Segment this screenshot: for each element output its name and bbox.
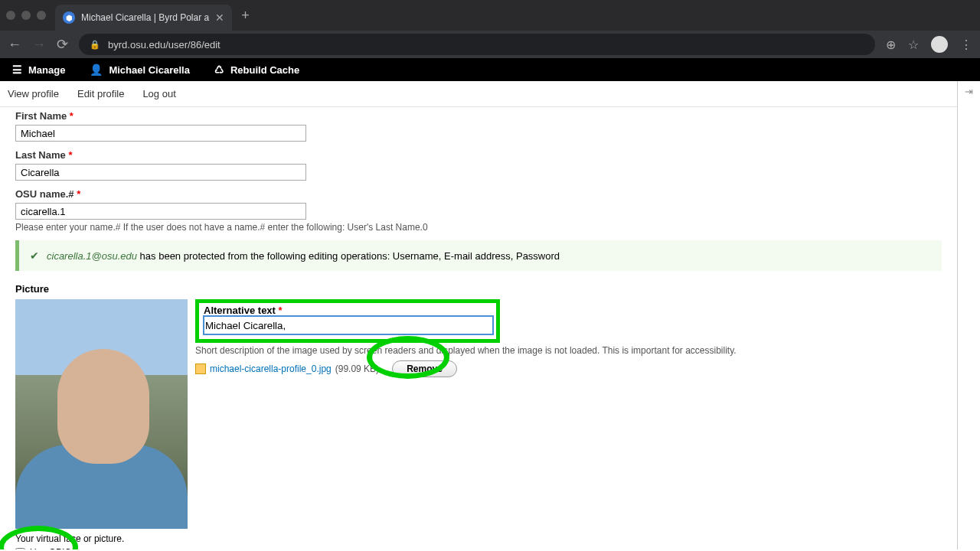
alt-text-highlight: Alternative text * bbox=[195, 299, 500, 343]
opic-checkbox[interactable] bbox=[15, 548, 25, 550]
tab-title: Michael Cicarella | Byrd Polar a bbox=[81, 12, 209, 23]
picture-label: Picture bbox=[15, 283, 942, 295]
last-name-group: Last Name * bbox=[15, 149, 942, 181]
browser-actions: ⊕ ☆ ⋮ bbox=[886, 36, 972, 53]
address-bar[interactable]: 🔒 byrd.osu.edu/user/86/edit bbox=[79, 34, 875, 55]
new-tab-button[interactable]: + bbox=[241, 8, 250, 24]
local-tabs: View profile Edit profile Log out bbox=[0, 81, 957, 107]
recycle-icon: ♺ bbox=[214, 64, 224, 76]
rebuild-label: Rebuild Cache bbox=[230, 64, 299, 76]
file-icon bbox=[195, 364, 206, 374]
tab-favicon: ⬢ bbox=[63, 11, 75, 24]
bookmark-star-icon[interactable]: ☆ bbox=[908, 37, 919, 52]
manage-menu[interactable]: ☰ Manage bbox=[0, 58, 77, 81]
rebuild-cache[interactable]: ♺ Rebuild Cache bbox=[202, 58, 312, 81]
kebab-menu-icon[interactable]: ⋮ bbox=[960, 37, 972, 52]
admin-toolbar: ☰ Manage 👤 Michael Cicarella ♺ Rebuild C… bbox=[0, 58, 980, 81]
file-size: (99.09 KB) bbox=[335, 364, 379, 374]
back-button[interactable]: ← bbox=[8, 37, 21, 53]
minimize-window-dot[interactable] bbox=[21, 11, 31, 20]
remove-button[interactable]: Remove bbox=[392, 360, 457, 377]
reload-button[interactable]: ⟳ bbox=[57, 36, 68, 53]
collapse-sidebar[interactable]: ⇥ bbox=[957, 81, 980, 549]
alt-help-text: Short description of the image used by s… bbox=[195, 345, 942, 356]
url-text: byrd.osu.edu/user/86/edit bbox=[108, 39, 220, 51]
checkmark-icon: ✔ bbox=[30, 249, 39, 262]
profile-avatar-icon[interactable] bbox=[931, 36, 948, 53]
status-email: cicarella.1@osu.edu bbox=[47, 250, 137, 262]
first-name-input[interactable] bbox=[15, 125, 306, 142]
file-row: michael-cicarella-profile_0.jpg (99.09 K… bbox=[195, 360, 942, 377]
hamburger-icon: ☰ bbox=[12, 64, 22, 76]
osu-name-group: OSU name.# * Please enter your name.# If… bbox=[15, 188, 942, 233]
zoom-icon[interactable]: ⊕ bbox=[886, 37, 896, 52]
alt-text-label: Alternative text * bbox=[204, 305, 283, 316]
collapse-icon: ⇥ bbox=[965, 86, 973, 549]
virtual-face-text: Your virtual face or picture. bbox=[15, 533, 942, 544]
osu-name-label: OSU name.# * bbox=[15, 188, 942, 200]
first-name-group: First Name * bbox=[15, 110, 942, 142]
tab-view-profile[interactable]: View profile bbox=[8, 88, 59, 99]
osu-name-input[interactable] bbox=[15, 203, 306, 220]
url-bar: ← → ⟳ 🔒 byrd.osu.edu/user/86/edit ⊕ ☆ ⋮ bbox=[0, 31, 980, 58]
lock-icon: 🔒 bbox=[90, 40, 100, 50]
close-tab-icon[interactable]: ✕ bbox=[215, 11, 224, 24]
picture-section: Picture Alternative text * Short descrip… bbox=[15, 283, 942, 549]
browser-tab[interactable]: ⬢ Michael Cicarella | Byrd Polar a ✕ bbox=[55, 5, 232, 31]
window-controls bbox=[6, 11, 46, 20]
form-area: First Name * Last Name * OSU name.# * Pl… bbox=[0, 107, 957, 549]
forward-button[interactable]: → bbox=[32, 37, 46, 53]
last-name-input[interactable] bbox=[15, 164, 306, 181]
user-icon: 👤 bbox=[90, 64, 103, 76]
tab-logout[interactable]: Log out bbox=[142, 88, 175, 99]
osu-help-text: Please enter your name.# If the user doe… bbox=[15, 222, 942, 233]
picture-thumbnail bbox=[15, 299, 188, 529]
tab-edit-profile[interactable]: Edit profile bbox=[77, 88, 124, 99]
browser-tab-strip: ⬢ Michael Cicarella | Byrd Polar a ✕ + bbox=[0, 0, 980, 31]
first-name-label: First Name * bbox=[15, 110, 942, 122]
close-window-dot[interactable] bbox=[6, 11, 15, 20]
toolbar-user-label: Michael Cicarella bbox=[109, 64, 190, 76]
toolbar-user[interactable]: 👤 Michael Cicarella bbox=[77, 58, 202, 81]
manage-label: Manage bbox=[28, 64, 65, 76]
opic-checkbox-row: Use OPIC bbox=[15, 547, 942, 549]
alt-text-input[interactable] bbox=[204, 316, 493, 334]
file-link[interactable]: michael-cicarella-profile_0.jpg bbox=[210, 364, 332, 374]
status-message: ✔ cicarella.1@osu.edu has been protected… bbox=[15, 240, 942, 271]
maximize-window-dot[interactable] bbox=[37, 11, 46, 20]
last-name-label: Last Name * bbox=[15, 149, 942, 161]
opic-label: Use OPIC bbox=[30, 547, 71, 549]
status-text: has been protected from the following ed… bbox=[137, 250, 560, 262]
